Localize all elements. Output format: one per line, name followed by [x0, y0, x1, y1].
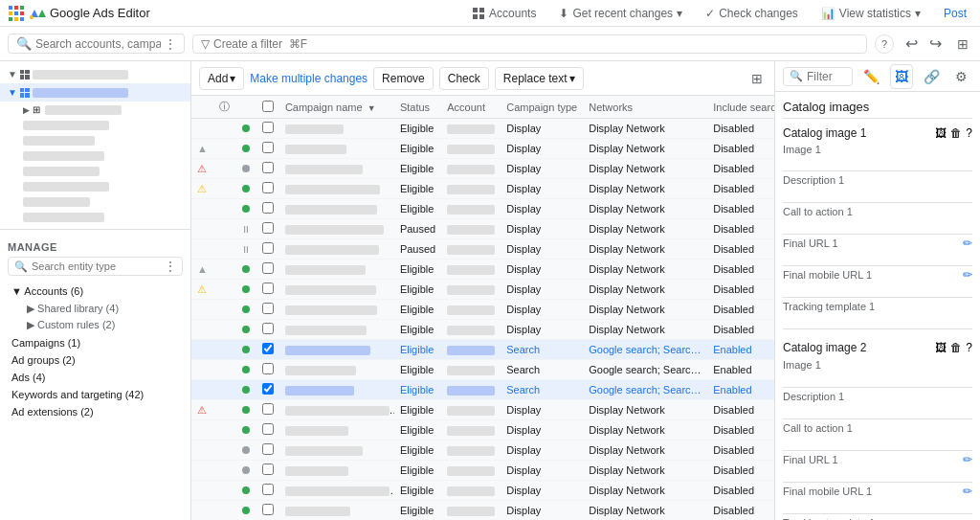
- row-checkbox[interactable]: [262, 403, 274, 415]
- tree-item-custom[interactable]: ▶ Custom rules (2): [8, 317, 183, 333]
- checkbox-cell[interactable]: [256, 119, 279, 139]
- table-row[interactable]: EligibleDisplayDisplay NetworkDisabledMa…: [191, 420, 774, 441]
- right-filter-box[interactable]: 🔍: [783, 67, 853, 86]
- google-apps-icon[interactable]: [8, 5, 25, 22]
- checkbox-cell[interactable]: [256, 139, 279, 159]
- checkbox-cell[interactable]: [256, 340, 279, 360]
- accounts-btn[interactable]: Accounts: [466, 5, 542, 22]
- checkbox-cell[interactable]: [256, 260, 279, 280]
- tree-item-extensions[interactable]: Ad extensions (2): [8, 404, 183, 419]
- table-row[interactable]: ⏸PausedDisplayDisplay NetworkDisabledMax…: [191, 239, 774, 260]
- table-row[interactable]: EligibleDisplayDisplay NetworkDisabledTa…: [191, 481, 774, 501]
- more-options-icon[interactable]: ⋮: [165, 37, 176, 51]
- row-checkbox[interactable]: [262, 484, 274, 495]
- tree-item-keywords[interactable]: Keywords and targeting (42): [8, 387, 183, 402]
- tree-item-ads[interactable]: Ads (4): [8, 370, 183, 385]
- redo-btn[interactable]: ↪: [925, 31, 946, 57]
- image-delete-btn-2[interactable]: 🗑: [950, 341, 962, 354]
- columns-btn[interactable]: ⊞: [953, 33, 972, 56]
- select-all-checkbox[interactable]: [262, 101, 274, 112]
- field-cta1-1-input[interactable]: [783, 218, 972, 235]
- checkbox-cell[interactable]: [256, 501, 279, 521]
- sidebar-sub-item-1[interactable]: ▶ ⊞: [0, 102, 190, 118]
- col-campaign-name[interactable]: Campaign name ▼: [279, 96, 394, 119]
- row-checkbox[interactable]: [262, 423, 274, 435]
- image-icon-btn[interactable]: 🖼: [890, 64, 913, 89]
- make-multiple-btn[interactable]: Make multiple changes: [250, 72, 368, 85]
- col-type[interactable]: Campaign type: [501, 96, 583, 119]
- table-row[interactable]: EligibleSearchGoogle search; Search part…: [191, 340, 774, 360]
- col-account[interactable]: Account: [441, 96, 501, 119]
- table-row[interactable]: ▲EligibleDisplayDisplay NetworkDisabledM…: [191, 260, 774, 280]
- checkbox-cell[interactable]: [256, 219, 279, 239]
- table-row[interactable]: EligibleDisplayDisplay NetworkDisabledMa…: [191, 501, 774, 521]
- sidebar-sub-item-5[interactable]: [0, 164, 190, 179]
- global-search-input[interactable]: [35, 37, 161, 51]
- row-checkbox[interactable]: [262, 142, 274, 153]
- table-row[interactable]: EligibleDisplayDisplay NetworkDisabledMa…: [191, 461, 774, 481]
- checkbox-cell[interactable]: [256, 280, 279, 300]
- entity-search-box[interactable]: 🔍 ⋮: [8, 257, 183, 276]
- checkbox-cell[interactable]: [256, 380, 279, 400]
- checkbox-cell[interactable]: [256, 461, 279, 481]
- row-checkbox[interactable]: [262, 383, 274, 395]
- table-row[interactable]: ⏸PausedDisplayDisplay NetworkDisabledTar…: [191, 219, 774, 239]
- row-checkbox[interactable]: [262, 182, 274, 193]
- table-row[interactable]: ⚠EligibleDisplayDisplay NetworkDisabledT…: [191, 179, 774, 199]
- table-row[interactable]: EligibleDisplayDisplay NetworkDisabledTa…: [191, 441, 774, 461]
- settings-icon-btn[interactable]: ⚙: [950, 64, 972, 89]
- check-btn[interactable]: Check: [439, 67, 489, 90]
- checkbox-cell[interactable]: [256, 199, 279, 219]
- col-checkbox-header[interactable]: [256, 96, 279, 119]
- post-btn[interactable]: Post: [938, 5, 972, 22]
- replace-text-btn[interactable]: Replace text ▾: [495, 67, 584, 90]
- row-checkbox[interactable]: [262, 122, 274, 133]
- filter-input[interactable]: [213, 37, 858, 51]
- tree-item-shared[interactable]: ▶ Shared library (4): [8, 301, 183, 317]
- sidebar-sub-item-2[interactable]: [0, 118, 190, 133]
- entity-search-input[interactable]: [32, 260, 161, 272]
- row-checkbox[interactable]: [262, 323, 274, 334]
- image-copy-btn-2[interactable]: 🖼: [935, 341, 947, 354]
- table-row[interactable]: EligibleDisplayDisplay NetworkDisabledMa…: [191, 199, 774, 219]
- table-row[interactable]: ⚠EligibleDisplayDisplay NetworkDisabledT…: [191, 400, 774, 420]
- sidebar-account-row-2[interactable]: ▼: [0, 83, 190, 102]
- field-desc1-2-input[interactable]: [783, 403, 972, 419]
- col-networks[interactable]: Networks: [583, 96, 707, 119]
- sidebar-sub-item-3[interactable]: [0, 133, 190, 148]
- field-mobile-url1-1-input[interactable]: [783, 282, 972, 298]
- field-mobile-url1-2-input[interactable]: [783, 498, 972, 514]
- tree-item-accounts[interactable]: ▼ Accounts (6): [8, 283, 183, 299]
- table-row[interactable]: EligibleDisplayDisplay NetworkDisabledMa…: [191, 300, 774, 320]
- image-delete-btn-1[interactable]: 🗑: [950, 126, 962, 140]
- add-btn[interactable]: Add ▾: [199, 67, 244, 90]
- field-url1-2-edit[interactable]: ✏: [963, 453, 972, 466]
- field-image1-1-input[interactable]: [783, 155, 972, 171]
- sidebar-sub-item-8[interactable]: [0, 210, 190, 225]
- table-row[interactable]: ⚠EligibleDisplayDisplay NetworkDisabledT…: [191, 280, 774, 300]
- sidebar-sub-item-6[interactable]: [0, 179, 190, 194]
- table-row[interactable]: EligibleDisplayDisplay NetworkDisabledTa…: [191, 320, 774, 340]
- field-url1-1-edit[interactable]: ✏: [963, 237, 972, 250]
- get-recent-btn[interactable]: ⬇ Get recent changes ▾: [553, 5, 688, 22]
- checkbox-cell[interactable]: [256, 400, 279, 420]
- checkbox-cell[interactable]: [256, 481, 279, 501]
- table-columns-btn[interactable]: ⊞: [747, 67, 767, 90]
- checkbox-cell[interactable]: [256, 420, 279, 441]
- view-stats-btn[interactable]: 📊 View statistics ▾: [815, 5, 926, 22]
- row-checkbox[interactable]: [262, 242, 274, 254]
- link-icon-btn[interactable]: 🔗: [919, 64, 945, 89]
- checkbox-cell[interactable]: [256, 179, 279, 199]
- filter-box[interactable]: ▽: [192, 34, 867, 54]
- field-cta1-2-input[interactable]: [783, 435, 972, 451]
- tree-item-campaigns[interactable]: Campaigns (1): [8, 335, 183, 350]
- table-row[interactable]: EligibleSearchGoogle search; Search part…: [191, 380, 774, 400]
- field-tracking1-1-input[interactable]: [783, 313, 972, 329]
- row-checkbox[interactable]: [262, 443, 274, 455]
- row-checkbox[interactable]: [262, 463, 274, 475]
- tree-item-adgroups[interactable]: Ad groups (2): [8, 352, 183, 368]
- checkbox-cell[interactable]: [256, 239, 279, 260]
- table-row[interactable]: EligibleDisplayDisplay NetworkDisabledMa…: [191, 119, 774, 139]
- table-row[interactable]: ▲EligibleDisplayDisplay NetworkDisabledT…: [191, 139, 774, 159]
- checkbox-cell[interactable]: [256, 320, 279, 340]
